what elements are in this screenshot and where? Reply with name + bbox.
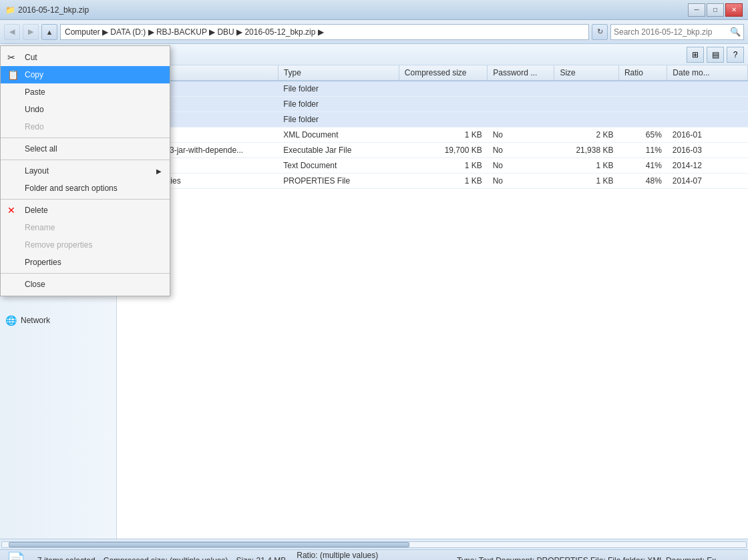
cell-type: File folder (278, 112, 399, 127)
address-path[interactable]: Computer ▶ DATA (D:) ▶ RBJ-BACKUP ▶ DBU … (60, 24, 589, 40)
cell-compressed (399, 112, 487, 127)
help-button[interactable]: ? (727, 47, 744, 63)
menu-item-layout[interactable]: Layout ▶ (1, 162, 170, 180)
file-table-header: Name ▲ Type Compressed size Password ...… (117, 65, 748, 81)
table-row[interactable]: 📁 File folder (117, 97, 748, 112)
table-row[interactable]: 📁 File folder (117, 112, 748, 127)
col-header-date[interactable]: Date mo... (667, 65, 748, 81)
cell-ratio: 65% (618, 127, 667, 143)
cell-ratio: 11% (618, 143, 667, 158)
copy-label: Copy (25, 70, 43, 79)
items-selected-label: 7 items selected (37, 556, 96, 561)
menu-separator-2 (1, 160, 170, 160)
minimize-button[interactable]: ─ (688, 3, 705, 17)
col-header-compressed[interactable]: Compressed size (399, 65, 487, 81)
scrollbar-thumb[interactable] (9, 542, 409, 547)
col-header-ratio[interactable]: Ratio (618, 65, 667, 81)
cell-type: File folder (278, 81, 399, 97)
status-type: Type: Text Document; PROPERTIES File; Fi… (457, 556, 723, 561)
table-row[interactable]: 📝 ME.txt Text Document 1 KB No 1 KB 41% … (117, 158, 748, 174)
col-header-type[interactable]: Type (278, 65, 399, 81)
cell-type: XML Document (278, 127, 399, 143)
cell-password: No (488, 127, 554, 143)
status-ratio: Ratio: (multiple values) (297, 551, 446, 560)
refresh-button[interactable]: ↻ (592, 24, 608, 40)
table-row[interactable]: 📁 File folder (117, 81, 748, 97)
status-compressed-label: Compressed size: (multiple values) (104, 556, 228, 561)
network-icon: 🌐 (5, 315, 17, 326)
toolbar-right: ⊞ ▤ ? (687, 47, 744, 63)
window-icon: 📁 (5, 5, 15, 15)
context-menu: ✂ Cut 📋 Copy Paste Undo Redo Select all … (0, 45, 170, 296)
menu-item-rename: Rename (1, 219, 170, 236)
properties-label: Properties (25, 258, 61, 267)
cell-date: 2014-07 (667, 174, 748, 189)
cell-password (488, 112, 554, 127)
file-list[interactable]: Name ▲ Type Compressed size Password ...… (117, 65, 748, 539)
close-label: Close (25, 280, 45, 289)
menu-item-undo[interactable]: Undo (1, 101, 170, 118)
views-button[interactable]: ⊞ (687, 47, 704, 63)
title-bar-controls: ─ □ ✕ (688, 3, 743, 17)
forward-button[interactable]: ▶ (23, 24, 39, 40)
cell-size (554, 81, 619, 97)
status-bar-left: 7 items selected Compressed size: (multi… (37, 556, 286, 561)
cell-ratio (618, 81, 667, 97)
select-all-label: Select all (25, 144, 57, 154)
cell-size (554, 112, 619, 127)
layout-label: Layout (25, 166, 49, 176)
up-button[interactable]: ▲ (41, 24, 57, 40)
menu-item-delete[interactable]: ✕ Delete (1, 202, 170, 219)
menu-item-close[interactable]: Close (1, 276, 170, 293)
search-box[interactable]: 🔍 (610, 24, 744, 40)
cell-date: 2014-12 (667, 158, 748, 174)
cut-icon: ✂ (7, 52, 15, 63)
table-row[interactable]: ⚙ gs.properties PROPERTIES File 1 KB No … (117, 174, 748, 189)
cell-compressed: 19,700 KB (399, 143, 487, 158)
col-header-password[interactable]: Password ... (488, 65, 554, 81)
sidebar-item-network[interactable]: 🌐 Network (0, 312, 116, 328)
scrollbar-track[interactable] (1, 541, 747, 548)
status-bar-center: Ratio: (multiple values) Date modified: … (297, 551, 446, 561)
close-button[interactable]: ✕ (725, 3, 743, 17)
menu-separator-1 (1, 137, 170, 138)
layout-arrow-icon: ▶ (156, 168, 162, 175)
horizontal-scrollbar[interactable] (0, 539, 748, 549)
table-row[interactable]: 📄 .xml XML Document 1 KB No 2 KB 65% 201… (117, 127, 748, 143)
maximize-button[interactable]: □ (707, 3, 724, 17)
cut-label: Cut (25, 53, 37, 62)
file-list-body: 📁 File folder 📁 File folder 📁 File folde… (117, 81, 748, 189)
menu-item-cut[interactable]: ✂ Cut (1, 49, 170, 66)
cell-size: 1 KB (554, 158, 619, 174)
menu-item-remove-properties: Remove properties (1, 236, 170, 254)
status-bar: 📄 7 items selected Compressed size: (mul… (0, 549, 748, 560)
pane-button[interactable]: ▤ (707, 47, 724, 63)
cell-size: 2 KB (554, 127, 619, 143)
cell-password (488, 81, 554, 97)
cell-password: No (488, 143, 554, 158)
cell-date: 2016-01 (667, 127, 748, 143)
undo-label: Undo (25, 105, 44, 114)
main-layout: 🌐 Network ✂ Cut 📋 Copy Paste Undo Redo S… (0, 65, 748, 539)
cell-compressed: 1 KB (399, 158, 487, 174)
menu-item-paste[interactable]: Paste (1, 83, 170, 101)
cell-ratio: 41% (618, 158, 667, 174)
menu-item-copy[interactable]: 📋 Copy (1, 66, 170, 83)
cell-type: PROPERTIES File (278, 174, 399, 189)
status-file-icon: 📄 (5, 550, 27, 561)
menu-item-redo: Redo (1, 118, 170, 135)
cell-type: Text Document (278, 158, 399, 174)
search-input[interactable] (614, 27, 727, 37)
cell-compressed: 1 KB (399, 127, 487, 143)
back-button[interactable]: ◀ (4, 24, 20, 40)
cell-password (488, 97, 554, 112)
menu-item-properties[interactable]: Properties (1, 254, 170, 271)
cell-size: 21,938 KB (554, 143, 619, 158)
cell-date (667, 97, 748, 112)
col-header-size[interactable]: Size (554, 65, 619, 81)
table-row[interactable]: ☕ sist-2.11.3-jar-with-depende... Execut… (117, 143, 748, 158)
status-size-label: Size: 21,4 MB (236, 556, 286, 561)
cell-date (667, 112, 748, 127)
menu-item-folder-search[interactable]: Folder and search options (1, 180, 170, 197)
menu-item-select-all[interactable]: Select all (1, 140, 170, 158)
